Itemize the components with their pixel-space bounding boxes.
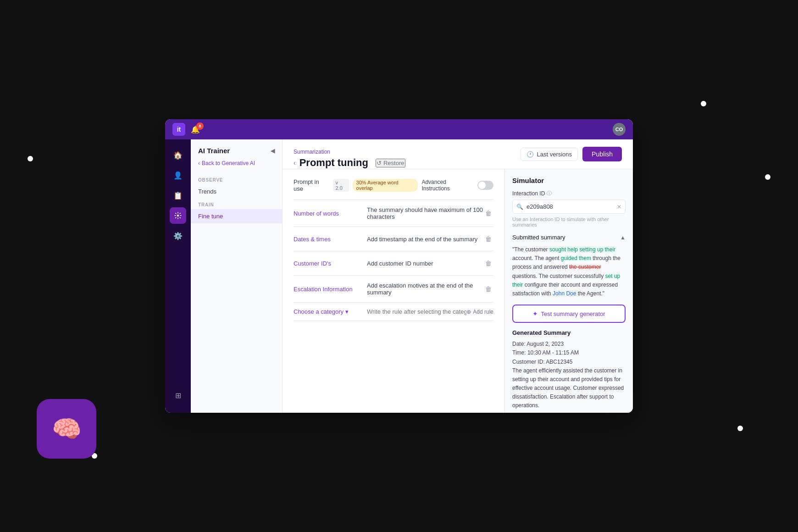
content-split: Prompt in use v 2.0 30% Average word ove… — [283, 169, 633, 413]
search-icon: 🔍 — [516, 204, 523, 210]
rule-delete-3[interactable]: 🗑 — [483, 283, 493, 294]
svg-point-0 — [177, 215, 179, 217]
notification-bell[interactable]: 🔔 8 — [191, 125, 200, 134]
nav-panel: AI Trainer ◀ ‹ OBSERVE Back to Generativ… — [191, 139, 283, 413]
rule-value-3: Add escalation motives at the end of the… — [367, 282, 483, 296]
rule-name-2: Customer ID's — [294, 260, 367, 267]
rule-name-3: Escalation Information — [294, 286, 367, 293]
rule-value-0: The summary should have maximum of 100 c… — [367, 206, 483, 220]
add-category-row: Choose a category ▾ ⊕ Add rule — [294, 303, 493, 321]
nav-collapse-button[interactable]: ◀ — [271, 148, 275, 154]
restore-button[interactable]: ↺ Restore — [376, 159, 405, 167]
rule-row: Dates & times Add timestamp at the end o… — [294, 227, 493, 251]
main-content: Summarization ‹ Prompt tuning ↺ Restore … — [283, 139, 633, 413]
rule-value-2: Add customer ID number — [367, 260, 483, 267]
sidebar-icon-home[interactable]: 🏠 — [170, 147, 186, 163]
submitted-summary-header: Submitted summary ▲ — [512, 234, 626, 241]
generated-summary-text: Date: August 2, 2023 Time: 10:30 AM - 11… — [512, 340, 626, 410]
add-rule-button[interactable]: ⊕ Add rule — [466, 309, 493, 315]
restore-icon: ↺ — [377, 160, 382, 166]
highlight-green-1: sought help setting up their — [549, 246, 615, 253]
interaction-id-label: Interaction ID ⓘ — [512, 190, 626, 197]
highlight-green-3: set up their — [512, 273, 620, 288]
simulator-title: Simulator — [512, 177, 626, 184]
advanced-label: Advanced Instructions — [421, 179, 474, 192]
version-badge: v 2.0 — [333, 179, 349, 192]
chevron-up-icon[interactable]: ▲ — [620, 234, 626, 241]
submitted-summary-text: "The customer sought help setting up the… — [512, 245, 626, 298]
top-bar: it 🔔 8 CO — [165, 119, 633, 139]
nav-title: AI Trainer ◀ — [191, 147, 282, 160]
rule-row: Number of words The summary should have … — [294, 200, 493, 227]
advanced-toggle: Advanced Instructions — [421, 179, 493, 192]
rule-row: Customer ID's Add customer ID number 🗑 — [294, 251, 493, 276]
nav-back-label: Back to Generative AI — [202, 160, 255, 166]
prompt-panel: Prompt in use v 2.0 30% Average word ove… — [283, 169, 504, 413]
rule-delete-2[interactable]: 🗑 — [483, 258, 493, 269]
notification-badge: 8 — [196, 122, 204, 130]
clear-icon[interactable]: ✕ — [617, 204, 621, 210]
clock-icon: 🕐 — [526, 151, 534, 158]
test-summary-button[interactable]: ✦ Test summary generator — [512, 305, 626, 323]
sidebar: 🏠 👤 📋 ⚙️ ⊞ — [165, 139, 191, 413]
breadcrumb: Summarization — [294, 149, 405, 155]
category-label: Choose a category — [294, 308, 344, 315]
highlight-red-1: the customer — [569, 264, 601, 270]
search-input-wrapper: 🔍 ✕ — [512, 200, 626, 214]
category-input[interactable] — [367, 308, 466, 315]
app-body: 🏠 👤 📋 ⚙️ ⊞ AI Trainer ◀ ‹ OBSERVE B — [165, 139, 633, 413]
brain-logo: 🧠 — [37, 399, 96, 459]
interaction-id-input[interactable] — [512, 200, 626, 214]
category-select[interactable]: Choose a category ▾ — [294, 308, 367, 315]
app-window: it 🔔 8 CO 🏠 👤 📋 ⚙️ ⊞ — [165, 119, 633, 413]
rules-list: Number of words The summary should have … — [294, 200, 493, 303]
sidebar-icon-list[interactable]: 📋 — [170, 187, 186, 204]
nav-section-observe: OBSERVE — [191, 174, 282, 184]
sparkle-icon: ✦ — [532, 310, 538, 317]
publish-button[interactable]: Publish — [582, 147, 622, 161]
overlap-badge: 30% Average word overlap — [353, 179, 418, 192]
submitted-summary-title: Submitted summary — [512, 234, 565, 241]
sidebar-icon-grid[interactable]: ⊞ — [170, 389, 186, 405]
chevron-down-icon: ▾ — [345, 308, 349, 315]
nav-back-button[interactable]: ‹ OBSERVE Back to Generative AI — [191, 160, 282, 174]
page-back-button[interactable]: ‹ — [294, 159, 296, 166]
last-versions-button[interactable]: 🕐 Last versions — [521, 148, 578, 161]
app-logo-icon: it — [172, 123, 185, 136]
rule-delete-1[interactable]: 🗑 — [483, 233, 493, 244]
rule-name-0: Number of words — [294, 210, 367, 217]
input-hint: Use an Interaction ID to simulate with o… — [512, 216, 626, 227]
rule-value-1: Add timestamp at the end of the summary — [367, 236, 483, 243]
prompt-in-use-header: Prompt in use v 2.0 30% Average word ove… — [294, 178, 493, 192]
nav-item-fine-tune[interactable]: Fine tune — [191, 209, 282, 223]
rule-name-1: Dates & times — [294, 236, 367, 243]
highlight-green-2: guided them — [561, 255, 591, 261]
user-avatar[interactable]: CO — [613, 123, 626, 136]
advanced-toggle-switch[interactable] — [477, 181, 493, 190]
highlight-blue-1: John Doe — [553, 290, 576, 297]
nav-section-train: TRAIN — [191, 199, 282, 209]
rule-row: Escalation Information Add escalation mo… — [294, 276, 493, 303]
nav-item-trends[interactable]: Trends — [191, 184, 282, 199]
page-title: Prompt tuning — [299, 157, 368, 169]
prompt-in-use-label: Prompt in use — [294, 178, 329, 192]
page-header: Summarization ‹ Prompt tuning ↺ Restore … — [283, 139, 633, 169]
rule-delete-0[interactable]: 🗑 — [483, 208, 493, 219]
info-icon: ⓘ — [547, 190, 552, 197]
simulator-panel: Simulator Interaction ID ⓘ 🔍 ✕ Use an In… — [504, 169, 633, 413]
sidebar-icon-ai[interactable] — [170, 207, 186, 224]
sidebar-icon-person[interactable]: 👤 — [170, 167, 186, 183]
plus-circle-icon: ⊕ — [466, 309, 471, 315]
generated-summary-title: Generated Summary — [512, 329, 626, 336]
sidebar-icon-settings[interactable]: ⚙️ — [170, 227, 186, 244]
